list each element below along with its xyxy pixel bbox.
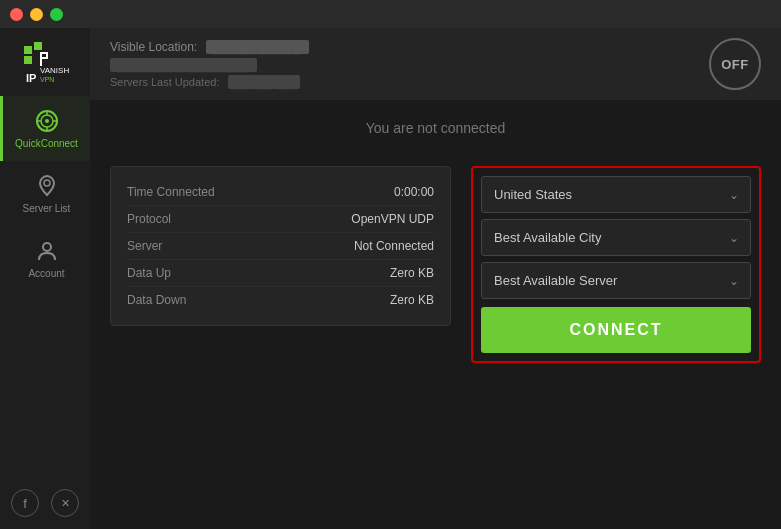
twitter-button[interactable]: ✕ [51, 489, 79, 517]
sidebar-item-serverlist-label: Server List [23, 203, 71, 214]
servers-updated-time: ██:██ ██ [228, 75, 301, 89]
account-icon [34, 238, 60, 264]
header: Visible Location: ██████████ ███████ █ █… [90, 28, 781, 100]
city-select[interactable]: Best Available City New York Los Angeles… [481, 219, 751, 256]
stats-row-server: Server Not Connected [127, 233, 434, 260]
time-connected-value: 0:00:00 [394, 185, 434, 199]
ipvanish-logo: IP VANISH VPN [20, 38, 70, 88]
bottom-area: Time Connected 0:00:00 Protocol OpenVPN … [90, 156, 781, 529]
main-content: Visible Location: ██████████ ███████ █ █… [90, 28, 781, 529]
power-button[interactable]: OFF [709, 38, 761, 90]
server-select[interactable]: Best Available Server Server 1 Server 2 [481, 262, 751, 299]
visible-location-label: Visible Location: [110, 40, 197, 54]
sidebar-item-account[interactable]: Account [0, 226, 90, 291]
city-select-wrapper: Best Available City New York Los Angeles… [481, 219, 751, 256]
stats-row-protocol: Protocol OpenVPN UDP [127, 206, 434, 233]
data-up-label: Data Up [127, 266, 171, 280]
connect-button[interactable]: CONNECT [481, 307, 751, 353]
data-down-value: Zero KB [390, 293, 434, 307]
facebook-button[interactable]: f [11, 489, 39, 517]
time-connected-label: Time Connected [127, 185, 215, 199]
servers-updated-label: Servers Last Updated: [110, 76, 219, 88]
sidebar-item-quickconnect[interactable]: QuickConnect [0, 96, 90, 161]
connect-panel: United States Canada United Kingdom Aust… [471, 166, 761, 363]
header-info: Visible Location: ██████████ ███████ █ █… [110, 40, 309, 88]
svg-point-13 [45, 119, 49, 123]
svg-text:VANISH: VANISH [40, 66, 69, 75]
server-label: Server [127, 239, 162, 253]
country-select-wrapper: United States Canada United Kingdom Aust… [481, 176, 751, 213]
protocol-value: OpenVPN UDP [351, 212, 434, 226]
close-button[interactable] [10, 8, 23, 21]
stats-row-data-up: Data Up Zero KB [127, 260, 434, 287]
sidebar-item-serverlist[interactable]: Server List [0, 161, 90, 226]
server-select-wrapper: Best Available Server Server 1 Server 2 … [481, 262, 751, 299]
data-down-label: Data Down [127, 293, 186, 307]
status-area: You are not connected [90, 100, 781, 156]
server-value: Not Connected [354, 239, 434, 253]
logo-area: IP VANISH VPN [20, 38, 70, 88]
ip-address-value: ███████ █ ████████ [110, 58, 257, 72]
country-select[interactable]: United States Canada United Kingdom Aust… [481, 176, 751, 213]
power-button-label: OFF [721, 57, 749, 72]
svg-point-18 [44, 180, 50, 186]
stats-row-data-down: Data Down Zero KB [127, 287, 434, 313]
twitter-icon: ✕ [61, 497, 70, 510]
visible-location-row: Visible Location: ██████████ [110, 40, 309, 54]
svg-text:VPN: VPN [40, 76, 54, 83]
app-container: IP VANISH VPN [0, 28, 781, 529]
sidebar-item-quickconnect-label: QuickConnect [15, 138, 78, 149]
titlebar [0, 0, 781, 28]
svg-point-19 [43, 243, 51, 251]
data-up-value: Zero KB [390, 266, 434, 280]
svg-rect-1 [24, 46, 32, 54]
connection-status: You are not connected [366, 120, 506, 136]
svg-rect-3 [24, 56, 32, 64]
visible-location-value: ██████████ [206, 40, 310, 54]
serverlist-icon [34, 173, 60, 199]
facebook-icon: f [23, 496, 27, 511]
stats-box: Time Connected 0:00:00 Protocol OpenVPN … [110, 166, 451, 326]
sidebar: IP VANISH VPN [0, 28, 90, 529]
minimize-button[interactable] [30, 8, 43, 21]
servers-updated-row: Servers Last Updated: ██:██ ██ [110, 76, 309, 88]
svg-text:IP: IP [26, 72, 36, 84]
stats-row-time: Time Connected 0:00:00 [127, 179, 434, 206]
sidebar-footer: f ✕ [11, 489, 79, 529]
quickconnect-icon [34, 108, 60, 134]
svg-rect-10 [40, 57, 48, 59]
maximize-button[interactable] [50, 8, 63, 21]
sidebar-item-account-label: Account [28, 268, 64, 279]
svg-rect-2 [34, 42, 42, 50]
sidebar-nav: QuickConnect Server List Account [0, 96, 90, 489]
protocol-label: Protocol [127, 212, 171, 226]
